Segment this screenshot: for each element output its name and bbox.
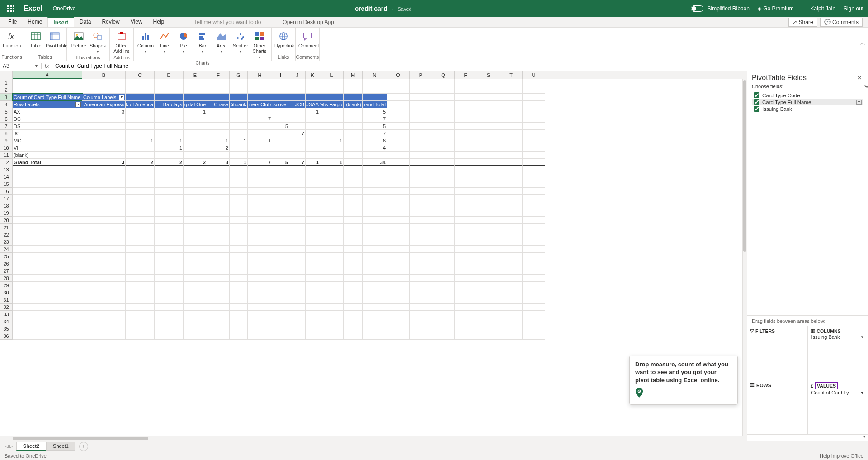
row-header[interactable]: 7 [0,123,13,130]
cell[interactable] [477,267,500,275]
cell[interactable] [207,152,230,159]
cell[interactable]: 1 [320,137,344,144]
cell[interactable] [477,137,500,144]
cell[interactable] [230,180,248,188]
cell[interactable] [306,325,320,332]
cell[interactable] [126,209,155,217]
cell[interactable] [410,144,432,152]
cell[interactable] [387,188,410,195]
cell[interactable] [248,94,272,101]
cell[interactable] [455,304,477,311]
column-header[interactable]: Q [432,71,455,79]
cell[interactable] [184,311,207,318]
cell[interactable]: 3 [82,108,126,115]
cell[interactable] [523,86,545,94]
cell[interactable] [432,318,455,325]
cell[interactable] [126,217,155,224]
cell[interactable] [230,224,248,231]
cell[interactable] [306,173,320,180]
cell[interactable] [320,188,344,195]
cell[interactable] [126,260,155,267]
cell[interactable] [363,325,387,332]
cell[interactable] [13,282,82,289]
cell[interactable] [230,311,248,318]
cell[interactable] [13,224,82,231]
cell[interactable] [344,224,363,231]
cell[interactable] [363,217,387,224]
cell[interactable] [455,318,477,325]
cell[interactable] [363,180,387,188]
cell[interactable] [126,180,155,188]
cell[interactable] [320,94,344,101]
cell[interactable] [410,282,432,289]
cell[interactable] [155,231,184,238]
cell[interactable] [289,144,306,152]
cell[interactable] [13,166,82,173]
cell[interactable]: 1 [207,137,230,144]
cell[interactable] [272,195,289,202]
cell[interactable] [432,188,455,195]
cell[interactable] [477,246,500,253]
cell[interactable] [500,152,523,159]
cell[interactable] [126,311,155,318]
cell[interactable] [248,325,272,332]
cell[interactable] [477,152,500,159]
cell[interactable] [387,86,410,94]
cell[interactable] [272,267,289,275]
cell[interactable] [306,332,320,340]
cell[interactable] [126,304,155,311]
cell[interactable] [320,238,344,246]
cell[interactable] [13,246,82,253]
row-header[interactable]: 11 [0,152,13,159]
cell[interactable] [523,195,545,202]
area-item[interactable]: Count of Card Ty…▼ [811,389,865,396]
cell[interactable] [306,238,320,246]
cell[interactable] [455,217,477,224]
cell[interactable] [13,180,82,188]
cell[interactable]: 1 [126,137,155,144]
cell[interactable] [82,246,126,253]
cell[interactable] [306,296,320,304]
cell[interactable] [248,202,272,209]
cell[interactable] [155,217,184,224]
cell[interactable] [126,238,155,246]
cell[interactable]: MC [13,137,82,144]
cell[interactable] [306,130,320,137]
sheet-tab[interactable]: Sheet1 [46,442,75,451]
cell[interactable] [523,180,545,188]
cell[interactable] [13,79,82,86]
cell[interactable] [410,325,432,332]
cell[interactable] [455,180,477,188]
cell[interactable] [82,188,126,195]
column-header[interactable]: N [363,71,387,79]
cell[interactable] [230,173,248,180]
cell[interactable]: 6 [363,137,387,144]
cell[interactable] [248,289,272,296]
area-button[interactable]: Area▾ [212,29,231,59]
cell[interactable]: Capital One [184,101,207,108]
cell[interactable]: 1 [320,159,344,166]
cell[interactable] [272,173,289,180]
cell[interactable] [387,202,410,209]
cell[interactable] [432,130,455,137]
cell[interactable] [455,108,477,115]
column-header[interactable]: M [344,71,363,79]
cell[interactable] [82,79,126,86]
cell[interactable] [82,144,126,152]
cell[interactable] [126,144,155,152]
cell[interactable] [184,152,207,159]
cell[interactable] [477,209,500,217]
cell[interactable] [320,108,344,115]
help-improve-link[interactable]: Help Improve Office [820,453,863,459]
cell[interactable] [387,224,410,231]
cell[interactable] [320,311,344,318]
cell[interactable] [523,267,545,275]
cell[interactable] [523,238,545,246]
cell[interactable] [410,231,432,238]
cell[interactable] [306,195,320,202]
cell[interactable] [432,123,455,130]
cell[interactable] [184,246,207,253]
cell[interactable]: 1 [155,137,184,144]
cell[interactable]: Column Labels▾ [82,94,126,101]
row-header[interactable]: 27 [0,267,13,275]
